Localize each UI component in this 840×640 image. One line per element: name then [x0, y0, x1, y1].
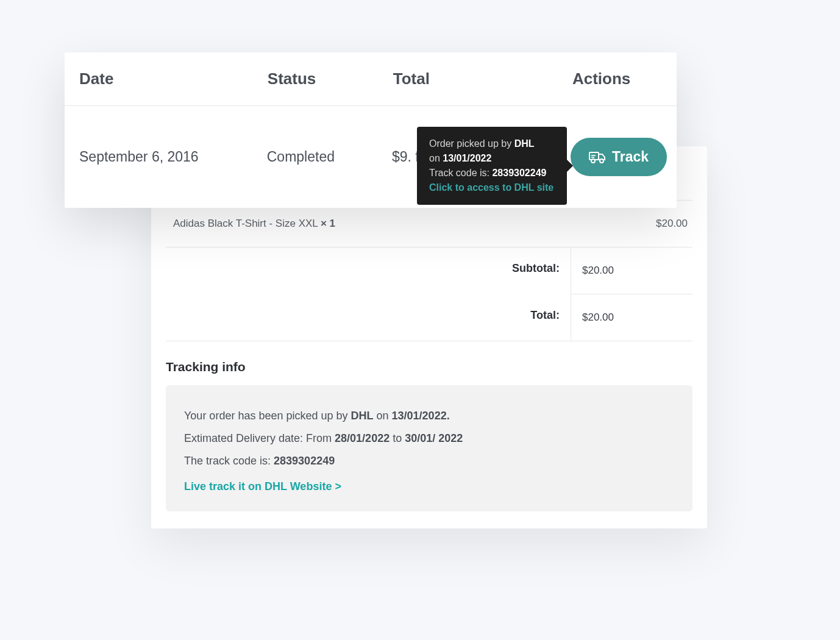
tracking-heading: Tracking info	[166, 360, 692, 374]
svg-point-1	[591, 159, 595, 163]
subtotal-value: $20.00	[571, 247, 692, 294]
track-button-label: Track	[612, 149, 649, 165]
tracking-line-pickup: Your order has been picked up by DHL on …	[184, 408, 674, 424]
col-header-total: Total	[393, 69, 572, 88]
col-header-date: Date	[79, 69, 268, 88]
live-track-link[interactable]: Live track it on DHL Website >	[184, 480, 341, 493]
totals-section: Subtotal: $20.00 Total: $20.00	[166, 247, 692, 341]
product-qty: × 1	[321, 218, 335, 229]
subtotal-label: Subtotal:	[166, 247, 571, 294]
tracking-text: Your order has been picked up by	[184, 410, 351, 422]
tooltip-line-pickup: Order picked up by DHL	[429, 137, 555, 151]
tooltip-code: 2839302249	[492, 168, 546, 178]
cell-actions: Track	[571, 138, 662, 176]
tracking-text: on	[374, 410, 392, 422]
tooltip-line-code: Track code is: 2839302249	[429, 166, 555, 180]
col-header-status: Status	[268, 69, 393, 88]
total-label: Total:	[166, 294, 571, 341]
totals-row-subtotal: Subtotal: $20.00	[166, 247, 692, 294]
total-value: $20.00	[571, 294, 692, 341]
cell-status: Completed	[267, 149, 392, 165]
tooltip-text: Track code is:	[429, 168, 492, 178]
tracking-delivery-from: 28/01/2022	[335, 432, 390, 444]
product-name: Adidas Black T-Shirt - Size XXL	[173, 218, 321, 229]
orders-table-header: Date Status Total Actions	[65, 52, 677, 106]
tracking-text: to	[390, 432, 405, 444]
track-button[interactable]: Track	[571, 138, 667, 176]
cell-date: September 6, 2016	[79, 149, 267, 165]
tooltip-text: Order picked up by	[429, 138, 514, 149]
orders-table-card: Date Status Total Actions September 6, 2…	[65, 52, 677, 208]
svg-point-2	[600, 159, 603, 163]
product-price: $20.00	[656, 218, 688, 230]
orders-table-row: September 6, 2016 Completed $9. f Track …	[65, 106, 677, 208]
track-tooltip: Order picked up by DHL on 13/01/2022 Tra…	[417, 127, 567, 205]
tracking-text: The track code is:	[184, 455, 274, 467]
tooltip-line-date: on 13/01/2022	[429, 151, 555, 166]
tracking-info-box: Your order has been picked up by DHL on …	[166, 385, 692, 511]
tracking-carrier: DHL	[351, 410, 374, 422]
tracking-line-delivery: Extimated Delivery date: From 28/01/2022…	[184, 431, 674, 446]
tracking-line-code: The track code is: 2839302249	[184, 453, 674, 469]
truck-icon	[589, 151, 606, 164]
tooltip-carrier: DHL	[514, 138, 535, 149]
tracking-delivery-to: 30/01/ 2022	[405, 432, 463, 444]
tooltip-text: on	[429, 153, 443, 163]
col-header-actions: Actions	[572, 69, 662, 88]
tracking-text: Extimated Delivery date: From	[184, 432, 335, 444]
totals-row-total: Total: $20.00	[166, 294, 692, 341]
tooltip-date: 13/01/2022	[443, 153, 491, 163]
product-name-cell: Adidas Black T-Shirt - Size XXL × 1	[173, 218, 335, 230]
tooltip-link[interactable]: Click to access to DHL site	[429, 180, 555, 195]
svg-rect-0	[589, 152, 599, 160]
tracking-pickup-date: 13/01/2022.	[392, 410, 450, 422]
tracking-code: 2839302249	[274, 455, 335, 467]
